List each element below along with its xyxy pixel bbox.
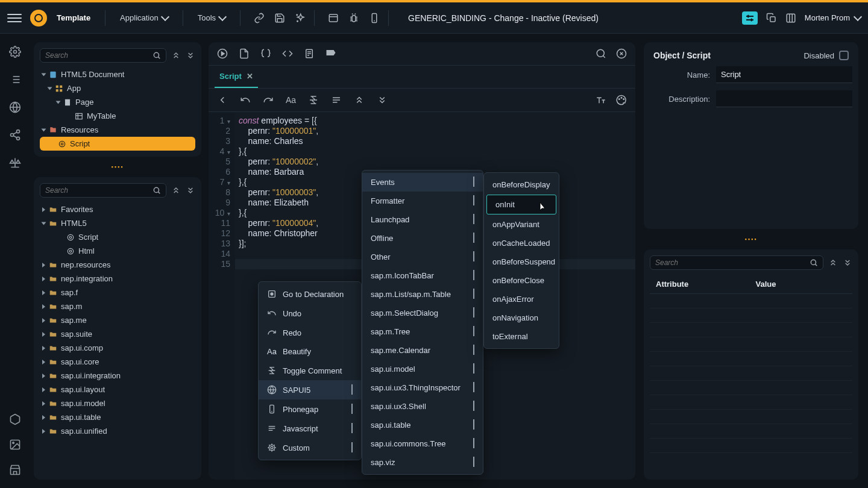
menu-item[interactable]: onAppVariant: [484, 215, 559, 234]
menu-item[interactable]: Redo: [259, 323, 361, 342]
page-icon[interactable]: [304, 48, 315, 59]
application-menu[interactable]: Application: [114, 10, 174, 26]
collapse-all-icon[interactable]: [828, 258, 838, 267]
menu-item[interactable]: Phonegap: [259, 399, 361, 419]
tree-item-document[interactable]: HTML5 Document: [40, 67, 195, 81]
redo-icon[interactable]: [263, 95, 274, 105]
menu-item[interactable]: Offline: [362, 229, 483, 248]
tree-item[interactable]: sap.suite: [40, 327, 195, 341]
window-icon[interactable]: [328, 13, 339, 23]
menu-item[interactable]: sap.m.IconTabBar: [362, 266, 483, 285]
strike-icon[interactable]: [308, 95, 319, 105]
collapse-all-icon[interactable]: [171, 186, 181, 195]
expand-all-icon[interactable]: [843, 258, 852, 267]
outline-search[interactable]: [40, 48, 166, 63]
tools-menu[interactable]: Tools: [192, 10, 231, 26]
menu-item[interactable]: Go to Declaration: [259, 284, 361, 304]
menu-item[interactable]: sap.ui.model: [362, 360, 483, 378]
menu-item[interactable]: sap.ui.ux3.Shell: [362, 397, 483, 416]
description-input[interactable]: [716, 90, 852, 107]
tree-item-app[interactable]: App: [40, 81, 195, 95]
magic-icon[interactable]: [295, 13, 306, 23]
attribute-search[interactable]: [650, 255, 823, 270]
file-icon[interactable]: [239, 48, 250, 59]
code-icon[interactable]: [282, 48, 293, 59]
tree-item-page[interactable]: Page: [40, 95, 195, 109]
expand-icon[interactable]: [377, 95, 388, 105]
menu-item[interactable]: Javascript: [259, 419, 361, 438]
menu-item[interactable]: sap.ui.table: [362, 416, 483, 434]
tree-item-resources[interactable]: Resources: [40, 123, 195, 137]
library-search-input[interactable]: [45, 186, 153, 195]
menu-icon[interactable]: [7, 11, 22, 25]
name-input[interactable]: [716, 66, 852, 83]
lines-icon[interactable]: [331, 95, 342, 105]
link-icon[interactable]: [254, 13, 265, 23]
undo-icon[interactable]: [240, 95, 251, 105]
collapse-icon[interactable]: [354, 95, 365, 105]
menu-item[interactable]: onBeforeClose: [484, 271, 559, 290]
menu-item[interactable]: SAPUI5: [259, 380, 361, 399]
expand-all-icon[interactable]: [186, 186, 195, 195]
scale-icon[interactable]: [9, 157, 21, 169]
share-icon[interactable]: [9, 129, 21, 141]
mobile-icon[interactable]: [369, 13, 380, 23]
menu-item[interactable]: sap.m.SelectDialog: [362, 304, 483, 322]
tab-script[interactable]: Script✕: [215, 66, 258, 88]
tree-item[interactable]: sap.ui.integration: [40, 369, 195, 383]
layout-toggle-icon[interactable]: [742, 11, 758, 25]
menu-item[interactable]: toExternal: [484, 327, 559, 346]
columns-icon[interactable]: [785, 13, 796, 23]
tree-item[interactable]: sap.f: [40, 286, 195, 299]
tree-item[interactable]: HTML5: [40, 216, 195, 230]
textsize-icon[interactable]: [596, 95, 606, 105]
gear-icon[interactable]: [9, 46, 21, 58]
panel-divider[interactable]: ▪▪▪▪: [640, 236, 862, 242]
menu-item[interactable]: Undo: [259, 304, 361, 323]
close-circle-icon[interactable]: [616, 48, 627, 59]
tree-item-script[interactable]: Script: [40, 137, 195, 151]
menu-item[interactable]: onBeforeDisplay: [484, 175, 559, 194]
copy-icon[interactable]: [766, 13, 777, 23]
menu-item[interactable]: Other: [362, 248, 483, 266]
col-value[interactable]: Value: [750, 275, 822, 294]
list-icon[interactable]: [9, 74, 21, 86]
disabled-checkbox[interactable]: [839, 51, 849, 60]
col-attribute[interactable]: Attribute: [650, 275, 750, 294]
fontsize-icon[interactable]: Aa: [286, 95, 296, 105]
menu-item[interactable]: sap.m.List/sap.m.Table: [362, 285, 483, 304]
menu-item[interactable]: onNavigation: [484, 308, 559, 327]
tree-item-mytable[interactable]: MyTable: [40, 109, 195, 123]
menu-item[interactable]: onBeforeSuspend: [484, 252, 559, 271]
library-search[interactable]: [40, 183, 166, 198]
tree-item[interactable]: nep.resources: [40, 258, 195, 272]
hexagon-icon[interactable]: [9, 413, 21, 425]
tree-item[interactable]: sap.me: [40, 313, 195, 327]
tree-item[interactable]: sap.m: [40, 299, 195, 313]
menu-item[interactable]: onCacheLoaded: [484, 234, 559, 252]
menu-item[interactable]: Custom: [259, 438, 361, 457]
image-icon[interactable]: [9, 439, 21, 451]
menu-item[interactable]: sap.ui.commons.Tree: [362, 434, 483, 453]
tree-item[interactable]: sap.ui.comp: [40, 341, 195, 355]
menu-item[interactable]: onAjaxError: [484, 290, 559, 308]
menu-item[interactable]: Formatter: [362, 192, 483, 210]
tree-item[interactable]: Script: [40, 230, 195, 244]
tree-item[interactable]: Favorites: [40, 202, 195, 216]
palette-icon[interactable]: [616, 95, 627, 105]
menu-item[interactable]: sap.me.Calendar: [362, 341, 483, 360]
tree-item[interactable]: sap.ui.unified: [40, 424, 195, 438]
panel-divider[interactable]: ▪▪▪▪: [30, 164, 205, 170]
context-menu-events[interactable]: onBeforeDisplayonInitonAppVariantonCache…: [483, 172, 559, 349]
collapse-all-icon[interactable]: [171, 51, 181, 60]
menu-item[interactable]: Events: [362, 173, 483, 192]
globe-icon[interactable]: [9, 101, 21, 113]
tree-item[interactable]: sap.ui.core: [40, 355, 195, 369]
play-icon[interactable]: [217, 48, 228, 59]
context-menu-editor[interactable]: Go to DeclarationUndoRedoAaBeautifyToggl…: [258, 281, 362, 460]
search-icon[interactable]: [596, 48, 606, 59]
close-icon[interactable]: ✕: [247, 72, 253, 81]
menu-item[interactable]: sap.ui.ux3.ThingInspector: [362, 378, 483, 397]
tag-icon[interactable]: [326, 48, 336, 59]
context-menu-sapui5[interactable]: EventsFormatterLaunchpadOfflineOthersap.…: [362, 170, 483, 475]
